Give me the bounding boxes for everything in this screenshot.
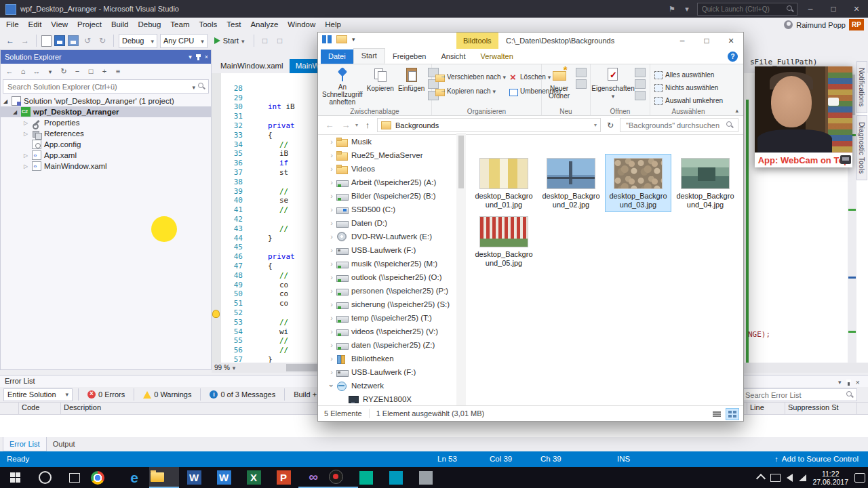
teal-app-2-icon[interactable] bbox=[388, 467, 418, 488]
new-item-icon[interactable] bbox=[576, 68, 587, 77]
paste-button[interactable]: Einfügen bbox=[396, 66, 427, 106]
screen-recorder-icon[interactable] bbox=[328, 467, 358, 488]
filter-dropdown-icon[interactable] bbox=[45, 66, 56, 77]
tray-expand-icon[interactable] bbox=[756, 474, 766, 483]
powerpoint-icon[interactable]: P bbox=[269, 467, 298, 488]
chevron-icon[interactable] bbox=[327, 246, 336, 254]
teal-app-icon[interactable] bbox=[358, 467, 388, 488]
chevron-icon[interactable] bbox=[327, 341, 336, 349]
pin-icon[interactable] bbox=[848, 380, 850, 386]
tab-mainwindow-xaml[interactable]: MainWindow.xaml bbox=[214, 59, 290, 73]
nav-tree-item[interactable]: DVD-RW-Laufwerk (E:) bbox=[318, 230, 466, 243]
expander-icon[interactable] bbox=[24, 163, 31, 169]
undo-icon[interactable] bbox=[81, 35, 94, 47]
explorer-titlebar[interactable]: ▾ Bildtools C:\_Daten\Desktop\Background… bbox=[318, 33, 743, 49]
select-none-button[interactable]: Nichts auswählen bbox=[652, 81, 724, 94]
start-button[interactable] bbox=[0, 467, 30, 488]
properties-icon[interactable] bbox=[85, 66, 96, 77]
close-button[interactable] bbox=[719, 33, 743, 49]
menu-item[interactable]: File bbox=[1, 18, 24, 28]
volume-icon[interactable] bbox=[787, 474, 793, 482]
pin-icon[interactable] bbox=[197, 54, 199, 60]
status-line[interactable]: Ln 53 bbox=[437, 455, 457, 463]
nav-tree-item[interactable]: Arbeit (\\speicher25) (A:) bbox=[318, 176, 466, 189]
nav-tree-item[interactable]: Videos bbox=[318, 162, 466, 176]
save-icon[interactable] bbox=[54, 35, 65, 46]
copy-to-button[interactable]: Kopieren nach bbox=[434, 85, 507, 98]
folder-icon[interactable] bbox=[336, 35, 347, 43]
error-list-search[interactable] bbox=[741, 388, 857, 401]
nav-tree-item[interactable]: outlook (\\speicher25) (O:) bbox=[318, 270, 466, 284]
dock-tab[interactable]: Notifications bbox=[856, 61, 867, 113]
status-insert-mode[interactable]: INS bbox=[617, 455, 630, 463]
open-icon[interactable] bbox=[635, 68, 646, 77]
edit-icon[interactable] bbox=[635, 79, 646, 89]
pin-quick-access-button[interactable]: An Schnellzugriff anheften bbox=[320, 66, 365, 106]
errors-filter-button[interactable]: 0 Errors bbox=[84, 388, 128, 401]
expander-icon[interactable] bbox=[3, 98, 11, 104]
menu-item[interactable]: Tools bbox=[194, 18, 222, 28]
tab-datei[interactable]: Datei bbox=[321, 49, 353, 64]
chevron-icon[interactable] bbox=[327, 165, 336, 173]
menu-item[interactable]: Help bbox=[320, 18, 346, 28]
nav-tree-item[interactable]: USB-Laufwerk (F:) bbox=[318, 243, 466, 257]
nav-tree-item[interactable]: musik (\\speicher25) (M:) bbox=[318, 257, 466, 270]
column-line[interactable]: Line bbox=[747, 403, 785, 414]
details-view-button[interactable] bbox=[710, 408, 724, 420]
excel-icon[interactable]: X bbox=[239, 467, 269, 488]
debug-target-dropdown[interactable]: Debug bbox=[119, 34, 157, 48]
action-center-icon[interactable] bbox=[854, 473, 865, 483]
menu-item[interactable]: View bbox=[46, 18, 73, 28]
up-button[interactable]: ↑ bbox=[361, 119, 374, 132]
chevron-icon[interactable] bbox=[327, 300, 336, 308]
platform-dropdown[interactable]: Any CPU bbox=[160, 34, 208, 48]
gray-app-icon[interactable] bbox=[418, 467, 448, 488]
refresh-button[interactable]: ↻ bbox=[604, 119, 617, 132]
expander-icon[interactable] bbox=[24, 152, 31, 159]
debug-step-icon[interactable] bbox=[274, 35, 286, 47]
files-area[interactable]: desktop_Background_01.jpg desktop_Backgr… bbox=[466, 133, 743, 406]
chevron-icon[interactable] bbox=[328, 381, 336, 390]
user-area[interactable]: Raimund Popp RP bbox=[784, 19, 864, 30]
nav-tree-item[interactable]: Daten (D:) bbox=[318, 216, 466, 230]
qat-customize-icon[interactable]: ▾ bbox=[352, 36, 355, 43]
tree-item[interactable]: MainWindow.xaml bbox=[1, 161, 211, 171]
history-icon[interactable] bbox=[635, 91, 646, 100]
nav-tree-item[interactable]: Bilder (\\speicher25) (B:) bbox=[318, 189, 466, 203]
tree-item[interactable]: References bbox=[1, 128, 211, 139]
copy-button[interactable]: Kopieren bbox=[365, 66, 396, 106]
taskbar-clock[interactable]: 11:22 27.06.2017 bbox=[812, 470, 848, 486]
notifications-flag-icon[interactable]: ▾ bbox=[683, 5, 691, 13]
show-all-files-icon[interactable] bbox=[113, 66, 123, 77]
minimize-button[interactable] bbox=[670, 33, 694, 49]
vs-titlebar[interactable]: wpf_Desktop_Arranger - Microsoft Visual … bbox=[0, 0, 868, 18]
recent-locations-icon[interactable]: ▾ bbox=[355, 122, 358, 128]
nav-tree-item[interactable]: Netzwerk bbox=[318, 379, 466, 392]
monitor-tray-icon[interactable] bbox=[770, 474, 781, 482]
tab-freigeben[interactable]: Freigeben bbox=[385, 49, 434, 64]
start-debug-button[interactable]: Start bbox=[210, 34, 249, 47]
file-item[interactable]: desktop_Background_05.jpg bbox=[471, 213, 536, 270]
quick-launch[interactable] bbox=[697, 3, 797, 16]
menu-item[interactable]: Window bbox=[283, 18, 320, 28]
new-folder-button[interactable]: Neuer Ordner bbox=[544, 66, 574, 106]
panel-tab[interactable]: Output bbox=[47, 437, 81, 451]
word-icon[interactable]: W bbox=[179, 467, 209, 488]
tree-item[interactable]: Properties bbox=[1, 117, 211, 128]
move-to-button[interactable]: Verschieben nach bbox=[434, 70, 507, 83]
menu-item[interactable]: Debug bbox=[133, 18, 165, 28]
expander-icon[interactable] bbox=[13, 109, 20, 115]
file-explorer-icon[interactable] bbox=[149, 467, 179, 488]
network-icon[interactable] bbox=[799, 474, 806, 481]
nav-tree-item[interactable]: SSD500 (C:) bbox=[318, 203, 466, 216]
solution-search-input[interactable] bbox=[6, 82, 189, 92]
zoom-dropdown[interactable]: 99 % bbox=[212, 363, 245, 373]
sync-icon[interactable] bbox=[31, 66, 42, 77]
edge-icon[interactable]: e bbox=[119, 467, 149, 488]
forward-button[interactable]: → bbox=[339, 119, 353, 132]
menu-item[interactable]: Project bbox=[73, 18, 106, 28]
explorer-search-input[interactable] bbox=[625, 121, 726, 130]
task-view-button[interactable] bbox=[60, 467, 90, 488]
tab-start[interactable]: Start bbox=[353, 48, 385, 64]
chevron-icon[interactable] bbox=[327, 138, 336, 146]
